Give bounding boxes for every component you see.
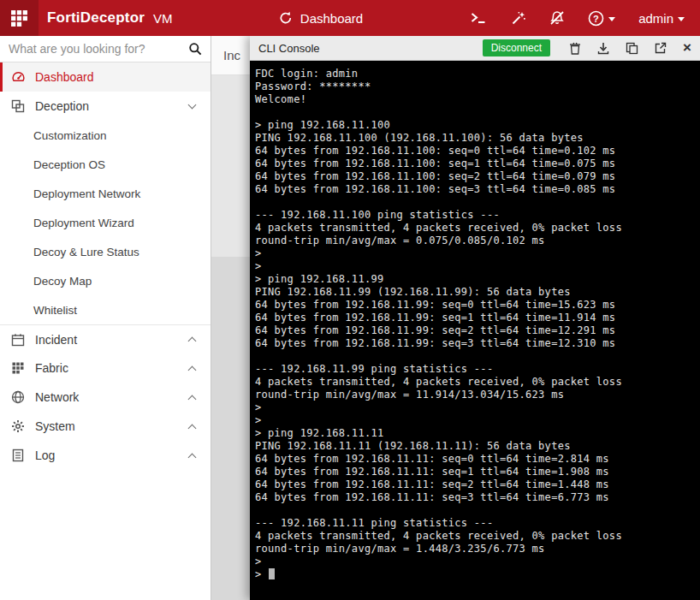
sidebar-item-label: Network (35, 390, 79, 404)
caret-down-icon (608, 17, 615, 21)
chevron-down-icon (188, 101, 197, 110)
wand-icon (511, 10, 526, 26)
fabric-icon (10, 361, 26, 375)
caret-down-icon (678, 17, 685, 21)
nav-title: Dashboard (300, 11, 363, 26)
sidebar-item-incident[interactable]: Incident (0, 324, 211, 353)
brand-name: FortiDeceptor (47, 9, 145, 27)
search-input[interactable] (9, 42, 188, 56)
sidebar-item-label: Fabric (35, 361, 68, 375)
disconnect-button[interactable]: Disconnect (483, 39, 550, 56)
log-icon (10, 449, 26, 462)
copy-icon[interactable] (626, 42, 638, 55)
cli-console-header: CLI Console Disconnect × (250, 36, 700, 61)
sidebar-item-system[interactable]: System (0, 412, 211, 441)
help-menu-button[interactable]: ? (588, 10, 615, 27)
sidebar-subitem-deployment-network[interactable]: Deployment Network (0, 179, 211, 208)
sidebar-item-log[interactable]: Log (0, 441, 211, 470)
deployment-wizard-button[interactable] (511, 10, 526, 26)
sidebar-item-label: Log (35, 449, 55, 462)
sidebar-item-label: Dashboard (35, 70, 94, 84)
refresh-icon (279, 11, 293, 25)
sidebar-subitem-decoy-lure-status[interactable]: Decoy & Lure Status (0, 237, 211, 266)
sidebar-item-dashboard[interactable]: Dashboard (0, 62, 211, 92)
cli-console-button[interactable] (470, 11, 488, 25)
sidebar-subitem-customization[interactable]: Customization (0, 121, 211, 150)
incident-icon (10, 333, 26, 347)
sidebar-item-network[interactable]: Network (0, 383, 211, 412)
topbar: FortiDeceptor VM Dashboard ?admin (0, 0, 700, 36)
sidebar-item-label: Deception (35, 99, 89, 113)
bell-slash-icon (549, 10, 565, 26)
console-toolbar: Disconnect × (483, 39, 691, 56)
network-icon (10, 390, 26, 404)
grid-logo-icon (10, 9, 28, 27)
sidebar-subitem-label: Whitelist (33, 304, 77, 317)
sidebar-search (0, 36, 211, 62)
chevron-up-icon (188, 424, 197, 432)
sidebar-item-deception[interactable]: Deception (0, 92, 211, 121)
sidebar: DashboardDeceptionCustomizationDeception… (0, 36, 211, 600)
chevron-up-icon (188, 337, 197, 346)
terminal-icon (470, 11, 488, 25)
dashboard-icon (10, 70, 26, 85)
sidebar-subitem-label: Decoy Map (33, 275, 92, 288)
chevron-up-icon (188, 395, 197, 403)
terminal-output: FDC login: admin Password: ******** Welc… (255, 68, 695, 581)
sidebar-item-label: System (35, 419, 75, 433)
sidebar-subitem-whitelist[interactable]: Whitelist (0, 295, 211, 324)
user-menu-label: admin (638, 11, 673, 26)
terminal-cursor (269, 568, 275, 579)
help-icon: ? (588, 10, 604, 27)
external-icon[interactable] (655, 42, 667, 54)
sidebar-subitem-label: Deception OS (33, 158, 105, 171)
download-icon[interactable] (597, 42, 609, 55)
sidebar-subitem-label: Deployment Network (33, 187, 140, 200)
nav-dashboard[interactable]: Dashboard (279, 11, 363, 26)
sidebar-subitem-label: Decoy & Lure Status (33, 246, 139, 258)
svg-text:?: ? (593, 13, 599, 23)
sidebar-subitem-decoy-map[interactable]: Decoy Map (0, 266, 211, 295)
terminal[interactable]: FDC login: admin Password: ******** Welc… (250, 61, 700, 600)
chevron-up-icon (188, 365, 197, 374)
sidebar-subitem-deception-os[interactable]: Deception OS (0, 150, 211, 179)
close-icon[interactable]: × (683, 43, 691, 53)
search-icon[interactable] (188, 42, 202, 56)
sidebar-nav: DashboardDeceptionCustomizationDeception… (0, 62, 211, 470)
sidebar-subitem-label: Deployment Wizard (33, 217, 134, 229)
user-menu-button[interactable]: admin (638, 11, 685, 26)
sidebar-subitem-label: Customization (33, 129, 107, 142)
console-title: CLI Console (258, 42, 320, 55)
app-logo[interactable] (0, 0, 39, 36)
cli-console-window: CLI Console Disconnect × FDC login: admi… (250, 36, 700, 600)
trash-icon[interactable] (569, 42, 581, 55)
deception-icon (10, 99, 26, 113)
topbar-actions: ?admin (470, 10, 700, 27)
sidebar-item-fabric[interactable]: Fabric (0, 353, 211, 383)
brand-edition: VM (153, 11, 173, 26)
notifications-muted-button[interactable] (549, 10, 565, 26)
background-panel-title: Inc (223, 48, 240, 62)
chevron-up-icon (188, 453, 197, 461)
sidebar-subitem-deployment-wizard[interactable]: Deployment Wizard (0, 208, 211, 237)
sidebar-item-label: Incident (35, 333, 77, 347)
system-icon (10, 419, 26, 433)
